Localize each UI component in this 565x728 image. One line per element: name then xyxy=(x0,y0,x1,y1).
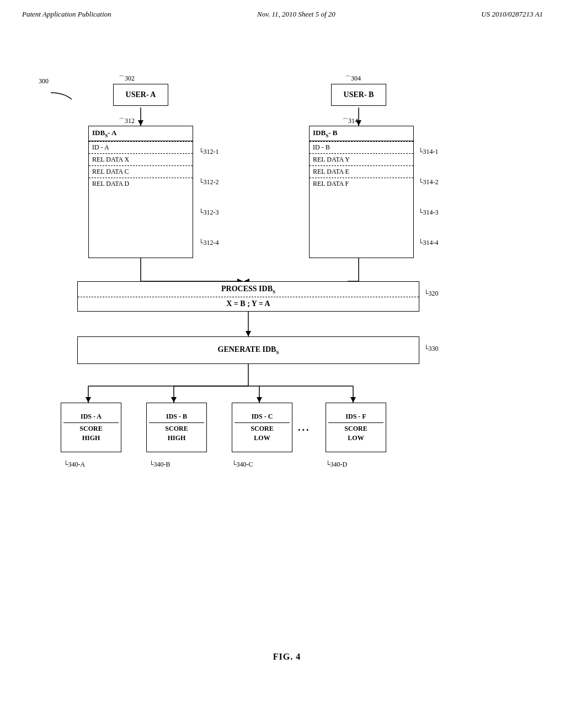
idb-a-row-2: REL DATA X xyxy=(89,153,193,165)
page-header: Patent Application Publication Nov. 11, … xyxy=(0,0,565,19)
svg-marker-15 xyxy=(86,397,91,403)
process-line2: X = B ; Y = A xyxy=(226,297,270,308)
svg-marker-20 xyxy=(257,397,262,403)
process-idb-box: PROCESS IDBS X = B ; Y = A xyxy=(77,281,419,312)
ref-312: ⌒312 xyxy=(119,117,135,125)
idb-b-block: IDBS- B ID - B REL DATA Y REL DATA E REL… xyxy=(309,126,414,258)
ids-f-id: IDS - F xyxy=(328,412,383,423)
ref-304: ⌒304 xyxy=(345,74,361,83)
ref-314: ⌒314 xyxy=(342,117,358,125)
idb-b-row-4: REL DATA F xyxy=(310,178,413,190)
idb-b-row-2: REL DATA Y xyxy=(310,153,413,165)
ref-312-1: └312-1 xyxy=(199,148,219,156)
ids-b-id: IDS - B xyxy=(149,412,204,423)
ellipsis: ... xyxy=(298,422,311,433)
idb-a-row-1: ID - A xyxy=(89,141,193,153)
ref-312-3: └312-3 xyxy=(199,208,219,217)
idb-b-title: IDBS- B xyxy=(310,126,413,141)
ids-f-level: LOW xyxy=(348,433,364,443)
ids-f-score: SCORE xyxy=(344,424,367,433)
ids-b-level: HIGH xyxy=(168,433,186,443)
ids-c-card: IDS - C SCORE LOW xyxy=(232,403,292,452)
ref-320: └320 xyxy=(424,290,439,298)
ref-340c: └340-C xyxy=(232,461,253,469)
generate-label: GENERATE IDBS xyxy=(218,345,279,355)
ref-312-2: └312-2 xyxy=(199,178,219,186)
ids-c-level: LOW xyxy=(254,433,270,443)
ids-a-level: HIGH xyxy=(82,433,100,443)
header-right: US 2010/0287213 A1 xyxy=(481,10,543,19)
fig-label: FIG. 4 xyxy=(33,652,541,662)
ids-b-score: SCORE xyxy=(165,424,188,433)
idb-b-row-1: ID - B xyxy=(310,141,413,153)
ref-340b: └340-B xyxy=(149,461,170,469)
ref-314-4: └314-4 xyxy=(418,239,439,247)
ids-f-card: IDS - F SCORE LOW xyxy=(326,403,386,452)
svg-marker-1 xyxy=(138,120,143,126)
ref-314-2: └314-2 xyxy=(418,178,439,186)
ref-314-1: └314-1 xyxy=(418,148,439,156)
svg-marker-18 xyxy=(171,397,177,403)
ref-312-4: └312-4 xyxy=(199,239,219,247)
ids-b-card: IDS - B SCORE HIGH xyxy=(146,403,207,452)
header-center: Nov. 11, 2010 Sheet 5 of 20 xyxy=(257,10,335,19)
ids-a-id: IDS - A xyxy=(63,412,119,423)
user-b-box: USER- B xyxy=(331,84,386,106)
ref-300: 300 xyxy=(39,77,49,85)
diagram-area: 300 USER- A ⌒302 USER- B ⌒304 IDBS- A ID… xyxy=(33,44,541,678)
ref-340a: └340-A xyxy=(63,461,85,469)
ids-c-id: IDS - C xyxy=(234,412,290,423)
header-left: Patent Application Publication xyxy=(22,10,111,19)
svg-marker-23 xyxy=(350,397,356,403)
ref-314-3: └314-3 xyxy=(418,208,439,217)
ref-330: └330 xyxy=(424,345,439,353)
ids-c-score: SCORE xyxy=(250,424,273,433)
idb-a-block: IDBS- A ID - A REL DATA X REL DATA C REL… xyxy=(88,126,193,258)
idb-b-row-3: REL DATA E xyxy=(310,165,413,178)
ids-a-score: SCORE xyxy=(79,424,102,433)
user-a-box: USER- A xyxy=(113,84,168,106)
process-line1: PROCESS IDBS xyxy=(78,285,419,297)
ref-340d: └340-D xyxy=(326,461,347,469)
idb-a-title: IDBS- A xyxy=(89,126,193,141)
idb-a-row-3: REL DATA C xyxy=(89,165,193,178)
ids-a-card: IDS - A SCORE HIGH xyxy=(61,403,121,452)
ref-302: ⌒302 xyxy=(119,74,135,83)
generate-idb-box: GENERATE IDBS xyxy=(77,336,419,364)
idb-a-row-4: REL DATA D xyxy=(89,178,193,190)
svg-marker-11 xyxy=(246,331,251,336)
